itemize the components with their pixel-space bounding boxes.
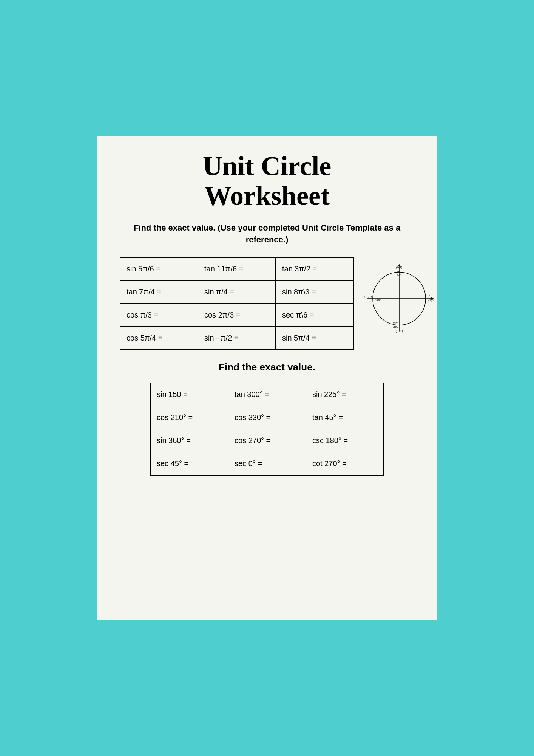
svg-text:3π/2: 3π/2 <box>393 325 398 328</box>
svg-text:(-1,0): (-1,0) <box>364 295 372 298</box>
table2: sin 150 =tan 300° =sin 225° =cos 210° =c… <box>150 383 384 476</box>
svg-text:0° 0: 0° 0 <box>428 295 432 298</box>
table-cell: sin 360° = <box>150 429 228 452</box>
table-cell: cot 270° = <box>306 452 384 475</box>
svg-text:(0,-1): (0,-1) <box>395 329 403 333</box>
instructions: Find the exact value. (Use your complete… <box>120 222 414 246</box>
section2: Find the exact value. sin 150 =tan 300° … <box>120 361 414 476</box>
table1: sin 5π/6 =tan 11π/6 =tan 3π/2 =tan 7π/4 … <box>120 257 354 350</box>
table2-wrapper: sin 150 =tan 300° =sin 225° =cos 210° =c… <box>120 383 414 476</box>
table-cell: sin 5π/6 = <box>120 257 198 280</box>
svg-text:(0,1): (0,1) <box>396 266 403 269</box>
svg-text:π 180°: π 180° <box>373 299 381 302</box>
table-cell: cos 210° = <box>150 406 228 429</box>
page: Unit CircleWorksheet Find the exact valu… <box>97 136 437 620</box>
page-title: Unit CircleWorksheet <box>120 151 414 211</box>
table-cell: sin π/4 = <box>198 280 276 304</box>
table-cell: sec 45° = <box>150 452 228 475</box>
svg-text:π/2: π/2 <box>397 271 401 273</box>
section2-label: Find the exact value. <box>120 361 414 373</box>
table-cell: cos 5π/4 = <box>120 327 198 350</box>
table-cell: cos 330° = <box>228 406 306 429</box>
table-cell: sec 0° = <box>228 452 306 475</box>
table-cell: tan 7π/4 = <box>120 280 198 304</box>
table-cell: tan 3π/2 = <box>276 257 353 280</box>
unit-circle-diagram: (0,1) π/2 90° 0° 0 (1,0) (-1,0) π 180° 2… <box>361 261 437 336</box>
table-cell: cos 2π/3 = <box>198 304 276 327</box>
table-cell: sin 8π\3 = <box>276 280 353 304</box>
table-cell: sec π\6 = <box>276 304 353 327</box>
table-cell: csc 180° = <box>306 429 384 452</box>
unit-circle-container: (0,1) π/2 90° 0° 0 (1,0) (-1,0) π 180° 2… <box>361 257 444 338</box>
table-cell: sin 5π/4 = <box>276 327 353 350</box>
table-cell: cos 270° = <box>228 429 306 452</box>
table-cell: sin 225° = <box>306 383 384 406</box>
svg-text:270°: 270° <box>393 322 398 325</box>
svg-text:(1,0): (1,0) <box>428 299 435 302</box>
table-cell: sin −π/2 = <box>198 327 276 350</box>
table-cell: tan 300° = <box>228 383 306 406</box>
table-cell: sin 150 = <box>150 383 228 406</box>
table-cell: cos π/3 = <box>120 304 198 327</box>
table-cell: tan 45° = <box>306 406 384 429</box>
table1-section: sin 5π/6 =tan 11π/6 =tan 3π/2 =tan 7π/4 … <box>120 257 414 350</box>
svg-text:90°: 90° <box>397 274 401 277</box>
table-cell: tan 11π/6 = <box>198 257 276 280</box>
